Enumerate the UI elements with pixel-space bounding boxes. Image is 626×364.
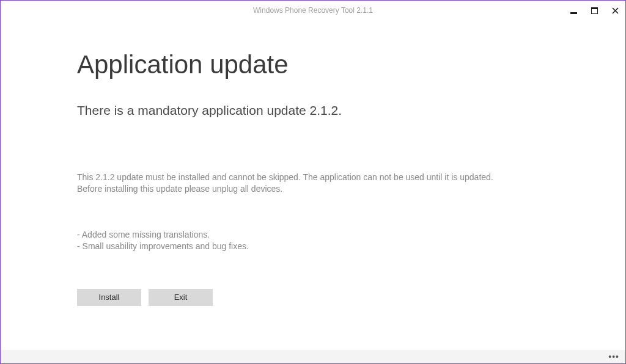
changelog: - Added some missing translations. - Sma…	[77, 229, 549, 252]
main-content: Application update There is a mandatory …	[1, 20, 625, 306]
minimize-icon	[570, 7, 577, 14]
body-line-1: This 2.1.2 update must be installed and …	[77, 172, 549, 183]
more-icon[interactable]: •••	[608, 352, 619, 361]
maximize-button[interactable]	[584, 1, 605, 20]
changelog-line-1: - Added some missing translations.	[77, 229, 549, 241]
close-button[interactable]	[605, 1, 625, 20]
window-title: Windows Phone Recovery Tool 2.1.1	[253, 6, 373, 15]
svg-rect-0	[570, 12, 577, 14]
exit-button[interactable]: Exit	[149, 289, 213, 306]
update-subheading: There is a mandatory application update …	[77, 103, 549, 118]
footer-bar: •••	[1, 350, 625, 363]
titlebar: Windows Phone Recovery Tool 2.1.1	[1, 1, 625, 20]
update-body: This 2.1.2 update must be installed and …	[77, 172, 549, 195]
maximize-icon	[591, 7, 598, 14]
body-line-2: Before installing this update please unp…	[77, 183, 549, 195]
close-icon	[612, 7, 619, 14]
minimize-button[interactable]	[563, 1, 584, 20]
svg-rect-2	[591, 7, 598, 9]
install-button[interactable]: Install	[77, 289, 141, 306]
button-row: Install Exit	[77, 289, 549, 306]
page-title: Application update	[77, 51, 549, 79]
changelog-line-2: - Small usability improvements and bug f…	[77, 241, 549, 252]
window-controls	[563, 1, 625, 20]
